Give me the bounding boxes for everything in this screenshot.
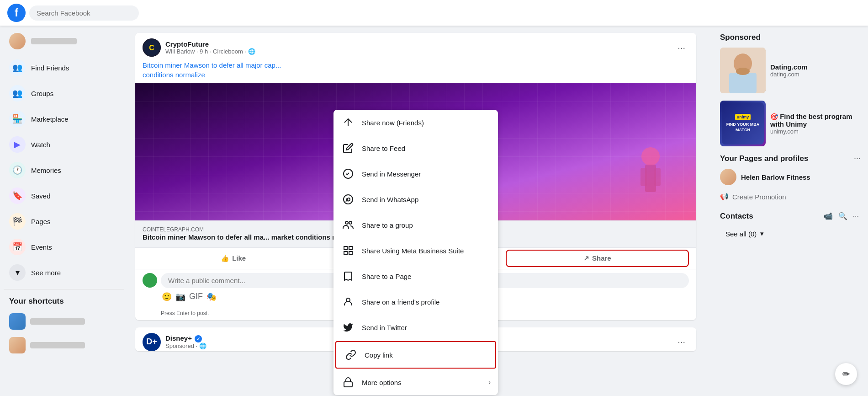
like-icon: 👍 xyxy=(221,254,229,262)
share-menu-item-more-options[interactable]: More options › xyxy=(333,369,498,395)
svg-rect-13 xyxy=(344,252,347,255)
svg-point-9 xyxy=(345,221,348,224)
sidebar-item-find-friends[interactable]: 👥 Find Friends xyxy=(4,55,124,80)
contacts-icons: 📹 🔍 ··· xyxy=(822,210,861,222)
sidebar-item-saved[interactable]: 🔖 Saved xyxy=(4,183,124,209)
disney-author-sub: Sponsored · 🌐 xyxy=(165,342,206,349)
disney-post-menu-button[interactable]: ··· xyxy=(674,333,689,351)
pages-more-button[interactable]: ··· xyxy=(854,154,861,163)
sidebar-item-events[interactable]: 📅 Events xyxy=(4,234,124,260)
shortcut-item-1[interactable] xyxy=(4,310,124,333)
messenger-icon xyxy=(341,166,355,181)
share-dropdown: Share now (Friends) Share to Feed Send i… xyxy=(333,110,498,395)
share-feed-icon xyxy=(341,141,355,155)
edit-fab[interactable]: ✏ xyxy=(835,363,857,385)
post-author-avatar: C xyxy=(143,38,161,57)
search-input[interactable] xyxy=(29,5,139,21)
whatsapp-icon xyxy=(341,192,355,207)
friend-profile-icon xyxy=(341,294,355,309)
sponsored-url-unimy: unimy.com xyxy=(770,128,861,135)
sidebar-item-groups[interactable]: 👥 Groups xyxy=(4,80,124,106)
sponsored-info-dating: Dating.com dating.com xyxy=(770,48,808,93)
svg-point-20 xyxy=(736,68,750,75)
share-menu-label: More options xyxy=(362,379,402,386)
unimy-text: FIND YOUR MBA MATCH xyxy=(725,122,761,133)
avatar xyxy=(9,33,26,49)
sidebar-item-pages[interactable]: 🏁 Pages xyxy=(4,209,124,234)
disney-post-author: D+ Disney+ ✓ Sponsored · 🌐 xyxy=(143,333,206,351)
sticker-button[interactable]: 🎭 xyxy=(206,291,217,303)
share-now-icon xyxy=(341,115,355,130)
sidebar-item-see-more[interactable]: ▾ See more xyxy=(4,260,124,285)
commenter-avatar xyxy=(143,273,157,288)
post-header: C CryptoFuture Will Barlow · 9 h · Circl… xyxy=(135,33,696,57)
shortcut-item-2[interactable] xyxy=(4,333,124,357)
see-all-label: See all (0) xyxy=(725,230,757,238)
sidebar-item-memories[interactable]: 🕐 Memories xyxy=(4,157,124,183)
create-promotion-button[interactable]: 📢 Create Promotion xyxy=(720,191,786,203)
sponsored-item-dating: Dating.com dating.com xyxy=(720,48,861,93)
post-menu-button[interactable]: ··· xyxy=(674,39,689,57)
shortcuts-title: Your shortcuts xyxy=(4,293,124,310)
share-menu-label: Share to a Page xyxy=(362,273,411,280)
share-menu-label: Share to Feed xyxy=(362,144,405,152)
sidebar-item-label: Pages xyxy=(31,218,51,225)
share-menu-item-messenger[interactable]: Send in Messenger xyxy=(333,161,498,187)
share-menu-item-meta-business[interactable]: Share Using Meta Business Suite xyxy=(333,238,498,263)
share-button[interactable]: ↗ Share xyxy=(506,250,689,267)
share-menu-item-page[interactable]: Share to a Page xyxy=(333,263,498,289)
page-icon xyxy=(341,269,355,284)
post-content-text: Bitcoin miner Mawson to defer all major … xyxy=(143,61,281,69)
chevron-down-icon: ▾ xyxy=(760,230,764,238)
sidebar-item-marketplace[interactable]: 🏪 Marketplace xyxy=(4,106,124,132)
like-label: Like xyxy=(232,254,246,262)
verified-badge: ✓ xyxy=(195,335,202,342)
share-menu-item-friend-profile[interactable]: Share on a friend's profile xyxy=(333,289,498,315)
video-call-button[interactable]: 📹 xyxy=(822,210,835,222)
shortcut-thumb-1 xyxy=(9,313,26,330)
contacts-more-button[interactable]: ··· xyxy=(851,210,861,222)
sidebar-item-label: Saved xyxy=(31,192,51,200)
contacts-header: Contacts 📹 🔍 ··· xyxy=(720,210,861,222)
pages-icon: 🏁 xyxy=(9,213,26,230)
find-friends-icon: 👥 xyxy=(9,59,26,76)
top-nav: f xyxy=(0,0,868,26)
see-more-icon: ▾ xyxy=(9,264,26,281)
share-menu-item-share-now[interactable]: Share now (Friends) xyxy=(333,110,498,135)
megaphone-icon: 📢 xyxy=(720,193,729,201)
search-contacts-button[interactable]: 🔍 xyxy=(836,210,849,222)
emoji-button[interactable]: 🙂 xyxy=(161,291,173,303)
gif-button[interactable]: GIF xyxy=(188,291,204,302)
sidebar-user[interactable] xyxy=(4,29,124,53)
share-menu-item-share-feed[interactable]: Share to Feed xyxy=(333,135,498,161)
sponsored-img-unimy: unimy FIND YOUR MBA MATCH xyxy=(720,101,766,146)
post-content: Bitcoin miner Mawson to defer all major … xyxy=(135,57,696,83)
svg-rect-5 xyxy=(640,168,647,186)
events-icon: 📅 xyxy=(9,239,26,255)
top-nav-left: f xyxy=(7,4,139,22)
helen-avatar xyxy=(720,169,736,185)
svg-rect-14 xyxy=(349,252,352,255)
disney-author-info: Disney+ ✓ Sponsored · 🌐 xyxy=(165,334,206,350)
saved-icon: 🔖 xyxy=(9,187,26,204)
sidebar-item-label: Memories xyxy=(31,166,61,174)
like-button[interactable]: 👍 Like xyxy=(143,250,324,267)
marketplace-icon: 🏪 xyxy=(9,111,26,127)
svg-rect-11 xyxy=(344,246,347,250)
dating-img-svg xyxy=(720,48,766,93)
see-all-button[interactable]: See all (0) ▾ xyxy=(720,226,861,241)
unimy-target-icon: 🎯 xyxy=(770,113,778,120)
post-wrapper: C CryptoFuture Will Barlow · 9 h · Circl… xyxy=(135,33,696,320)
memories-icon: 🕐 xyxy=(9,162,26,178)
share-menu-item-whatsapp[interactable]: Send in WhatsApp xyxy=(333,187,498,212)
sidebar-item-watch[interactable]: ▶ Watch xyxy=(4,132,124,157)
share-menu-item-twitter[interactable]: Send in Twitter xyxy=(333,315,498,340)
camera-button[interactable]: 📷 xyxy=(175,291,186,303)
share-menu-item-group[interactable]: Share to a group xyxy=(333,212,498,238)
shortcut-name-1 xyxy=(30,318,85,325)
left-sidebar: 👥 Find Friends 👥 Groups 🏪 Marketplace ▶ … xyxy=(0,26,128,396)
post-author-name: CryptoFuture xyxy=(165,40,255,48)
share-label: Share xyxy=(592,254,611,262)
share-menu-item-copy-link[interactable]: Copy link xyxy=(335,341,496,369)
facebook-logo: f xyxy=(7,4,26,22)
